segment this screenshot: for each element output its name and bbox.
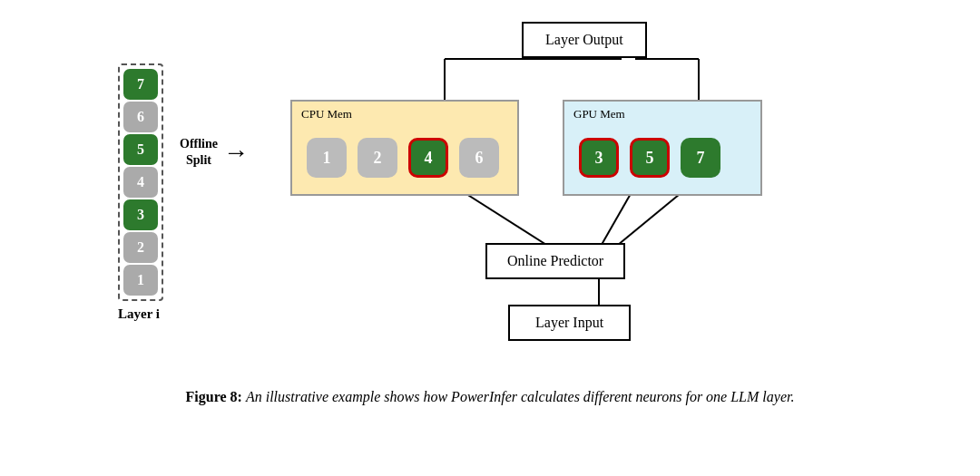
cell-1: 1 bbox=[123, 265, 158, 296]
cpu-neuron-6: 6 bbox=[459, 138, 499, 178]
layer-label: Layer i bbox=[118, 306, 163, 322]
figure-number: Figure 8: bbox=[186, 389, 242, 404]
cpu-neuron-2: 2 bbox=[358, 138, 397, 178]
cpu-neurons-row: 1 2 4 6 bbox=[307, 138, 499, 178]
cell-5: 5 bbox=[123, 134, 158, 165]
cell-4: 4 bbox=[123, 167, 158, 198]
cpu-mem-inner: CPU Mem 1 2 4 6 bbox=[290, 100, 519, 196]
cell-2: 2 bbox=[123, 232, 158, 263]
offline-split-area: Offline Split → bbox=[180, 136, 249, 169]
figure-caption: Figure 8: An illustrative example shows … bbox=[186, 386, 795, 408]
layer-column: 7 6 5 4 3 2 1 Layer i bbox=[118, 63, 163, 322]
layer-cells: 7 6 5 4 3 2 1 bbox=[118, 63, 163, 301]
cpu-mem-box: CPU Mem 1 2 4 6 bbox=[290, 100, 519, 196]
gpu-mem-box: GPU Mem 3 5 7 bbox=[563, 100, 762, 196]
layer-input-box: Layer Input bbox=[508, 305, 631, 341]
cpu-mem-label: CPU Mem bbox=[301, 107, 352, 121]
layer-input-label: Layer Input bbox=[508, 305, 631, 341]
gpu-neuron-5: 5 bbox=[630, 138, 670, 178]
gpu-neuron-3: 3 bbox=[579, 138, 619, 178]
offline-arrow-icon: → bbox=[223, 138, 249, 167]
gpu-neurons-row: 3 5 7 bbox=[579, 138, 720, 178]
online-predictor-box: Online Predictor bbox=[485, 243, 625, 279]
cpu-neuron-1: 1 bbox=[307, 138, 347, 178]
gpu-mem-inner: GPU Mem 3 5 7 bbox=[563, 100, 762, 196]
online-predictor-label: Online Predictor bbox=[485, 243, 625, 279]
layer-output-box: Layer Output bbox=[522, 22, 647, 58]
figure-caption-text: An illustrative example shows how PowerI… bbox=[246, 389, 795, 404]
gpu-mem-label: GPU Mem bbox=[573, 107, 625, 121]
gpu-neuron-7: 7 bbox=[681, 138, 720, 178]
cell-3: 3 bbox=[123, 199, 158, 230]
cell-6: 6 bbox=[123, 102, 158, 132]
layer-output-label: Layer Output bbox=[522, 22, 647, 58]
diagram-container: 7 6 5 4 3 2 1 Layer i Offline Split → La… bbox=[118, 18, 862, 372]
cpu-neuron-4: 4 bbox=[408, 138, 448, 178]
cell-7: 7 bbox=[123, 69, 158, 100]
offline-split-label: Offline Split bbox=[180, 136, 218, 169]
